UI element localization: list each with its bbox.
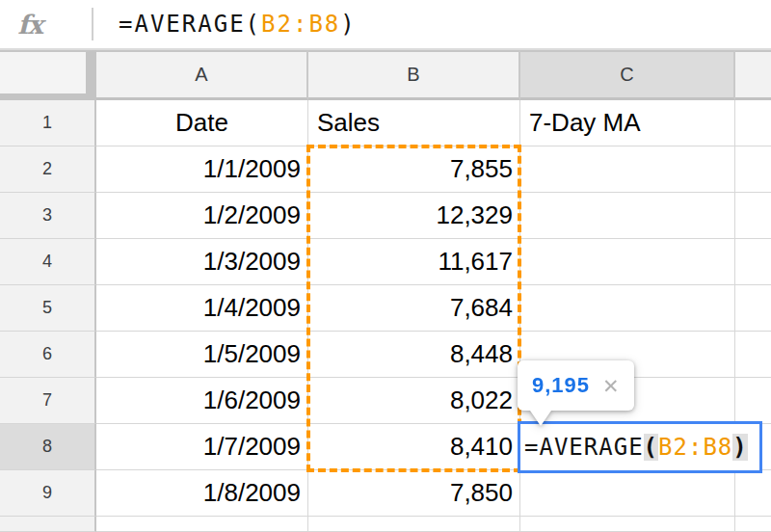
cell-D5[interactable]	[735, 285, 771, 332]
cell-D7[interactable]	[735, 378, 771, 424]
formula-bar-divider	[92, 8, 93, 40]
cell-B1[interactable]: Sales	[308, 100, 520, 146]
editor-formula-prefix: =AVERAGE	[524, 434, 644, 461]
spreadsheet-app: fx =AVERAGE(B2:B8) A B C 1 Date Sales 7-…	[0, 0, 771, 532]
row-header-9[interactable]: 9	[0, 470, 96, 517]
formula-input[interactable]: =AVERAGE(B2:B8)	[119, 11, 357, 38]
formula-bar: fx =AVERAGE(B2:B8)	[0, 0, 771, 50]
cell-B5[interactable]: 7,684	[308, 285, 520, 332]
row-header-1[interactable]: 1	[0, 100, 96, 146]
cell-D9[interactable]	[735, 470, 771, 517]
cell-B6[interactable]: 8,448	[308, 332, 520, 378]
formula-prefix: =AVERAGE(	[119, 11, 261, 38]
editor-close-paren: )	[732, 434, 747, 461]
column-header-B[interactable]: B	[308, 50, 520, 100]
cell-B9[interactable]: 7,850	[308, 470, 520, 517]
cell-C1[interactable]: 7-Day MA	[520, 100, 735, 146]
cell-A10[interactable]	[96, 517, 308, 532]
cell-C3[interactable]	[520, 193, 735, 239]
cell-B8[interactable]: 8,410	[308, 424, 520, 470]
cell-C10[interactable]	[520, 517, 735, 532]
row-header-10[interactable]	[0, 517, 96, 532]
cell-D2[interactable]	[735, 146, 771, 193]
cell-B2[interactable]: 7,855	[308, 146, 520, 193]
row-header-6[interactable]: 6	[0, 332, 96, 378]
cell-A7[interactable]: 1/6/2009	[96, 378, 308, 424]
cell-C4[interactable]	[520, 239, 735, 285]
formula-range-ref: B2:B8	[261, 11, 340, 38]
close-icon[interactable]: ✕	[602, 376, 620, 396]
cell-B10[interactable]	[308, 517, 520, 532]
cell-C5[interactable]	[520, 285, 735, 332]
cell-A4[interactable]: 1/3/2009	[96, 239, 308, 285]
editor-range-ref: B2:B8	[658, 434, 732, 461]
cell-A6[interactable]: 1/5/2009	[96, 332, 308, 378]
cell-D1[interactable]	[735, 100, 771, 146]
editor-open-paren: (	[644, 434, 658, 461]
cell-A8[interactable]: 1/7/2009	[96, 424, 308, 470]
fx-icon: fx	[0, 10, 60, 40]
formula-result-value: 9,195	[532, 373, 590, 398]
row-header-8[interactable]: 8	[0, 424, 96, 470]
cell-C9[interactable]	[520, 470, 735, 517]
select-all-corner[interactable]	[0, 50, 96, 100]
row-header-7[interactable]: 7	[0, 378, 96, 424]
cell-editor-C8[interactable]: =AVERAGE(B2:B8)	[518, 421, 762, 473]
column-header-C[interactable]: C	[520, 50, 735, 100]
formula-suffix: )	[340, 11, 356, 38]
cell-A1[interactable]: Date	[96, 100, 308, 146]
cell-A3[interactable]: 1/2/2009	[96, 193, 308, 239]
cell-D3[interactable]	[735, 193, 771, 239]
formula-result-tooltip: 9,195 ✕	[518, 360, 634, 411]
cell-D4[interactable]	[735, 239, 771, 285]
row-header-5[interactable]: 5	[0, 285, 96, 332]
cell-A5[interactable]: 1/4/2009	[96, 285, 308, 332]
cell-D10[interactable]	[735, 517, 771, 532]
row-header-3[interactable]: 3	[0, 193, 96, 239]
column-header-A[interactable]: A	[96, 50, 308, 100]
cell-A9[interactable]: 1/8/2009	[96, 470, 308, 517]
cell-A2[interactable]: 1/1/2009	[96, 146, 308, 193]
row-header-2[interactable]: 2	[0, 146, 96, 193]
cell-D6[interactable]	[735, 332, 771, 378]
row-header-4[interactable]: 4	[0, 239, 96, 285]
cell-B4[interactable]: 11,617	[308, 239, 520, 285]
cell-B3[interactable]: 12,329	[308, 193, 520, 239]
column-header-D[interactable]	[735, 50, 771, 100]
cell-C2[interactable]	[520, 146, 735, 193]
cell-B7[interactable]: 8,022	[308, 378, 520, 424]
